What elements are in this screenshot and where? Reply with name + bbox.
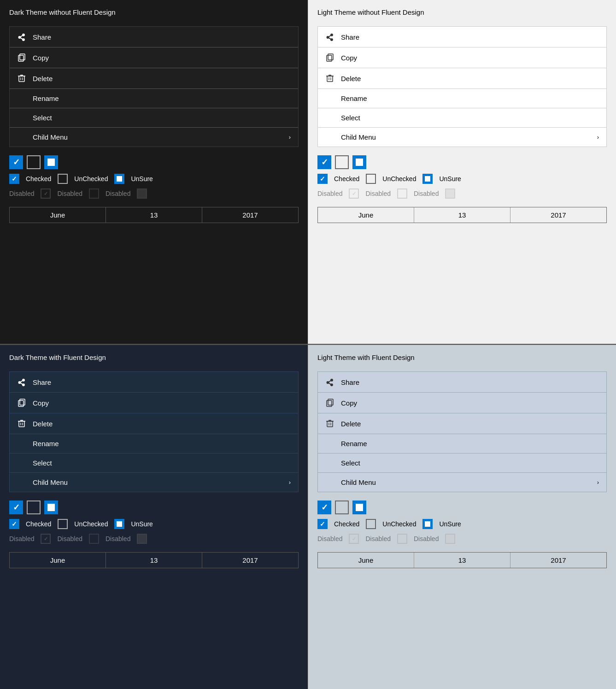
copy-icon-light <box>325 53 334 62</box>
checked-label-light: Checked <box>334 175 359 183</box>
menu-item-child-light[interactable]: Child Menu › <box>318 128 606 147</box>
checkbox-area-light-no-fluent: Checked UnChecked UnSure Disabled Disabl… <box>317 155 607 199</box>
dark-no-fluent-title: Dark Theme without Fluent Design <box>9 8 299 16</box>
checkbox-big-checked-dark[interactable] <box>9 155 23 169</box>
menu-label-rename-light: Rename <box>341 94 367 102</box>
context-menu-light-no-fluent: Share Copy <box>317 26 607 147</box>
date-year-lf[interactable]: 2017 <box>510 553 606 568</box>
light-fluent-title: Light Theme with Fluent Design <box>317 353 607 361</box>
checkbox-unchecked-dark[interactable] <box>58 174 68 184</box>
menu-item-rename-lf[interactable]: Rename <box>318 434 606 453</box>
checkbox-big-checked-df[interactable] <box>9 501 23 514</box>
date-year-dark[interactable]: 2017 <box>202 207 298 223</box>
date-year-df[interactable]: 2017 <box>202 553 298 568</box>
menu-label-delete: Delete <box>33 75 53 82</box>
checkbox-big-checked-lf[interactable] <box>317 501 331 514</box>
unsure-label-light: UnSure <box>439 175 461 183</box>
checkbox-row-disabled-light: Disabled Disabled Disabled <box>317 188 607 199</box>
menu-item-delete-df[interactable]: Delete <box>10 413 298 434</box>
checkbox-row-big-dark <box>9 155 299 169</box>
checkbox-big-unsure-lf[interactable] <box>352 501 366 514</box>
menu-label-rename-lf: Rename <box>341 440 367 448</box>
delete-icon <box>17 74 26 83</box>
menu-item-child-df[interactable]: Child Menu › <box>10 473 298 492</box>
date-day-lf[interactable]: 13 <box>414 553 510 568</box>
checkbox-big-checked-light[interactable] <box>317 155 331 169</box>
context-menu-dark-no-fluent: Share Copy <box>9 26 299 147</box>
chevron-right-icon-light: › <box>597 134 599 141</box>
disabled-label-3-df: Disabled <box>106 535 130 542</box>
checkbox-unsure-dark[interactable] <box>114 174 124 184</box>
context-menu-light-fluent: Share Copy <box>317 371 607 492</box>
menu-item-copy-df[interactable]: Copy <box>10 393 298 413</box>
checkbox-unchecked-lf[interactable] <box>366 519 376 529</box>
menu-label-share: Share <box>33 33 51 41</box>
disabled-label-3-lf: Disabled <box>414 535 439 542</box>
svg-rect-3 <box>328 54 333 60</box>
disabled-label-2-df: Disabled <box>57 535 82 542</box>
checkbox-big-unchecked-light[interactable] <box>335 155 349 169</box>
date-day-df[interactable]: 13 <box>106 553 202 568</box>
date-month-dark[interactable]: June <box>10 207 106 223</box>
checkbox-big-unchecked-df[interactable] <box>27 501 41 514</box>
menu-item-rename-df[interactable]: Rename <box>10 434 298 453</box>
checkbox-disabled-gray-dark <box>137 188 147 199</box>
checkbox-unchecked-light[interactable] <box>366 174 376 184</box>
share-icon-df <box>17 377 26 387</box>
checkbox-unsure-lf[interactable] <box>422 519 433 529</box>
delete-icon-df <box>17 419 26 428</box>
checkbox-big-unsure-df[interactable] <box>44 501 58 514</box>
menu-item-select-light[interactable]: Select <box>318 108 606 127</box>
menu-item-share[interactable]: Share <box>10 27 298 47</box>
date-month-lf[interactable]: June <box>318 553 414 568</box>
date-day-dark[interactable]: 13 <box>106 207 202 223</box>
menu-label-select-light: Select <box>341 114 360 122</box>
share-icon <box>17 32 26 41</box>
copy-icon <box>17 53 26 62</box>
svg-rect-1 <box>18 55 23 61</box>
menu-item-copy-lf[interactable]: Copy <box>318 393 606 413</box>
checkbox-checked-light[interactable] <box>317 174 328 184</box>
date-day-light[interactable]: 13 <box>414 207 510 223</box>
menu-item-select-lf[interactable]: Select <box>318 453 606 472</box>
checkbox-big-unsure-light[interactable] <box>352 155 366 169</box>
date-month-df[interactable]: June <box>10 553 106 568</box>
date-month-light[interactable]: June <box>318 207 414 223</box>
menu-item-copy-light[interactable]: Copy <box>318 47 606 68</box>
checkbox-disabled-checked-df <box>41 534 51 544</box>
checkbox-checked-lf[interactable] <box>317 519 328 529</box>
menu-item-share-df[interactable]: Share <box>10 372 298 392</box>
checkbox-checked-dark[interactable] <box>9 174 19 184</box>
svg-rect-9 <box>328 399 333 405</box>
menu-item-child[interactable]: Child Menu › <box>10 128 298 147</box>
menu-item-share-light[interactable]: Share <box>318 27 606 47</box>
checkbox-checked-df[interactable] <box>9 519 19 529</box>
checkbox-unchecked-df[interactable] <box>58 519 68 529</box>
menu-label-child-light: Child Menu <box>341 133 376 141</box>
copy-icon-lf <box>325 398 334 407</box>
menu-item-delete-light[interactable]: Delete <box>318 68 606 88</box>
checkbox-big-unchecked-lf[interactable] <box>335 501 349 514</box>
date-year-light[interactable]: 2017 <box>510 207 606 223</box>
menu-item-delete-lf[interactable]: Delete <box>318 413 606 434</box>
menu-label-delete-df: Delete <box>33 420 53 428</box>
menu-item-delete[interactable]: Delete <box>10 68 298 88</box>
menu-item-select[interactable]: Select <box>10 108 298 127</box>
checkbox-row-big-light <box>317 155 607 169</box>
menu-item-select-df[interactable]: Select <box>10 453 298 472</box>
checkbox-big-unsure-dark[interactable] <box>44 155 58 169</box>
unsure-label-df: UnSure <box>131 520 153 528</box>
menu-item-rename-light[interactable]: Rename <box>318 89 606 108</box>
checkbox-row-disabled-df: Disabled Disabled Disabled <box>9 534 299 544</box>
menu-label-delete-light: Delete <box>341 75 361 82</box>
menu-item-rename[interactable]: Rename <box>10 89 298 108</box>
menu-item-copy[interactable]: Copy <box>10 47 298 68</box>
checkbox-unsure-df[interactable] <box>114 519 124 529</box>
disabled-label-1-dark: Disabled <box>9 190 34 197</box>
chevron-right-icon-df: › <box>289 479 291 486</box>
menu-item-share-lf[interactable]: Share <box>318 372 606 392</box>
checkbox-big-unchecked-dark[interactable] <box>27 155 41 169</box>
checkbox-unsure-light[interactable] <box>422 174 433 184</box>
checkbox-disabled-checked-light <box>349 188 359 199</box>
menu-item-child-lf[interactable]: Child Menu › <box>318 473 606 492</box>
